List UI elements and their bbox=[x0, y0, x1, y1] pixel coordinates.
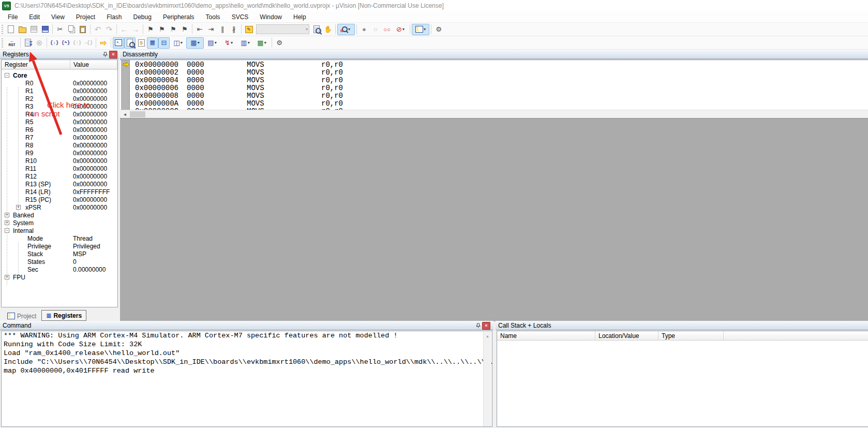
disable-all-breakpoints-button[interactable]: ○○ bbox=[381, 24, 393, 35]
close-icon[interactable]: × bbox=[482, 322, 490, 330]
tree-expander[interactable]: + bbox=[5, 213, 9, 217]
register-row[interactable]: States0 bbox=[2, 258, 117, 266]
paste-button[interactable] bbox=[77, 24, 88, 35]
register-row[interactable]: R30x00000000 bbox=[2, 103, 117, 111]
tree-expander[interactable]: + bbox=[16, 205, 21, 210]
tree-expander[interactable]: + bbox=[5, 220, 9, 225]
run-script-button[interactable]: ↧ bbox=[22, 37, 34, 49]
horizontal-scrollbar[interactable]: ◄ bbox=[120, 110, 868, 119]
reset-button[interactable]: ←RST bbox=[5, 37, 19, 49]
register-row[interactable]: +xPSR0x00000000 bbox=[2, 204, 117, 212]
register-row[interactable]: +Banked bbox=[2, 212, 117, 219]
trace-windows-button[interactable]: ▥▾ bbox=[237, 37, 253, 49]
menu-view[interactable]: View bbox=[46, 11, 70, 22]
register-row[interactable]: R10x00000000 bbox=[2, 87, 117, 95]
start-stop-debug-button[interactable]: d▾ bbox=[337, 24, 355, 35]
register-row[interactable]: R120x00000000 bbox=[2, 173, 117, 181]
menu-debug[interactable]: Debug bbox=[128, 11, 157, 22]
serial-windows-button[interactable]: ▤▾ bbox=[204, 37, 220, 49]
menu-peripherals[interactable]: Peripherals bbox=[157, 11, 200, 22]
vertical-scrollbar[interactable]: ▲ bbox=[483, 332, 491, 427]
disassembly-row[interactable]: 0x000000040000MOVSr0,r0 bbox=[130, 76, 868, 84]
new-file-button[interactable] bbox=[5, 24, 17, 35]
debug-settings-button[interactable]: ⚙ bbox=[274, 37, 285, 49]
toggle-bookmark-button[interactable]: ⚑ bbox=[145, 24, 156, 35]
step-over-button[interactable]: {↷} bbox=[60, 37, 71, 49]
comment-button[interactable]: ∥ bbox=[217, 24, 228, 35]
insert-breakpoint-button[interactable]: ● bbox=[358, 24, 370, 35]
name-column-header[interactable]: Name bbox=[497, 331, 595, 341]
menu-flash[interactable]: Flash bbox=[101, 11, 127, 22]
close-icon[interactable]: × bbox=[109, 51, 117, 58]
type-column-header[interactable]: Type bbox=[659, 331, 724, 341]
value-column-header[interactable]: Value bbox=[70, 60, 117, 69]
register-row[interactable]: R110x00000000 bbox=[2, 165, 117, 173]
register-row[interactable]: R20x00000000 bbox=[2, 95, 117, 103]
disassembly-gutter[interactable] bbox=[121, 60, 130, 110]
symbols-window-button[interactable]: S bbox=[136, 37, 147, 49]
menu-file[interactable]: File bbox=[2, 11, 23, 22]
undo-button[interactable]: ↶ bbox=[92, 24, 103, 35]
registers-window-button[interactable]: ≣ bbox=[147, 37, 158, 49]
disassembly-row[interactable]: 0x000000020000MOVSr0,r0 bbox=[130, 68, 868, 76]
run-to-line-button[interactable]: →{} bbox=[83, 37, 94, 49]
scroll-left-arrow-icon[interactable]: ◄ bbox=[121, 111, 129, 118]
menu-project[interactable]: Project bbox=[70, 11, 101, 22]
toolbar-grip[interactable] bbox=[2, 25, 3, 34]
configure-editor-button[interactable]: ✎ bbox=[243, 24, 255, 35]
tree-expander[interactable]: - bbox=[5, 73, 9, 78]
menu-edit[interactable]: Edit bbox=[23, 11, 46, 22]
system-viewer-button[interactable]: ▩▾ bbox=[253, 37, 270, 49]
toolbar-grip[interactable] bbox=[2, 38, 3, 48]
call-stack-window-button[interactable]: ⊟ bbox=[158, 37, 170, 49]
navigate-forward-button[interactable]: → bbox=[130, 24, 141, 35]
register-row[interactable]: R13 (SP)0x00000000 bbox=[2, 181, 117, 188]
analysis-windows-button[interactable]: ↯▾ bbox=[220, 37, 237, 49]
command-output[interactable]: *** WARNING: Using ARM Cortex-M4 Simulat… bbox=[1, 331, 492, 427]
pin-icon[interactable] bbox=[476, 323, 481, 329]
prev-bookmark-button[interactable]: ⚑ bbox=[156, 24, 168, 35]
register-row[interactable]: R40x00000000 bbox=[2, 111, 117, 119]
watch-windows-button[interactable]: ◫▾ bbox=[170, 37, 186, 49]
disassembly-row[interactable]: 0x000000000000MOVSr0,r0 bbox=[130, 61, 868, 68]
disassembly-window-button[interactable] bbox=[124, 37, 136, 49]
disassembly-row[interactable]: 0x000000060000MOVSr0,r0 bbox=[130, 84, 868, 92]
register-row[interactable]: Sec0.00000000 bbox=[2, 266, 117, 274]
pin-icon[interactable] bbox=[103, 52, 108, 57]
register-row[interactable]: R00x00000000 bbox=[2, 80, 117, 87]
disassembly-row[interactable]: 0x0000000A0000MOVSr0,r0 bbox=[130, 99, 868, 107]
uncomment-button[interactable]: ∦ bbox=[228, 24, 240, 35]
incremental-find-button[interactable]: ✋ bbox=[322, 24, 334, 35]
register-row[interactable]: R50x00000000 bbox=[2, 119, 117, 126]
register-row[interactable]: -Internal bbox=[2, 227, 117, 235]
register-row[interactable]: R15 (PC)0x00000000 bbox=[2, 196, 117, 204]
tab-registers[interactable]: ≣Registers bbox=[41, 310, 86, 321]
save-button[interactable] bbox=[28, 24, 39, 35]
show-next-statement-button[interactable]: ⇨ bbox=[98, 37, 109, 49]
register-row[interactable]: StackMSP bbox=[2, 250, 117, 258]
menu-help[interactable]: Help bbox=[288, 11, 312, 22]
tree-expander[interactable]: - bbox=[5, 228, 9, 233]
redo-button[interactable]: ↷ bbox=[103, 24, 115, 35]
window-layout-button[interactable]: ▾ bbox=[412, 24, 429, 35]
register-row[interactable]: R90x00000000 bbox=[2, 150, 117, 157]
stop-button[interactable]: ⊗ bbox=[34, 37, 45, 49]
register-row[interactable]: +System bbox=[2, 219, 117, 227]
register-row[interactable]: -Core bbox=[2, 72, 117, 80]
command-window-button[interactable]: >_ bbox=[113, 37, 124, 49]
enable-disable-breakpoint-button[interactable]: ○ bbox=[370, 24, 381, 35]
step-into-button[interactable]: {↓} bbox=[49, 37, 60, 49]
menu-window[interactable]: Window bbox=[254, 11, 288, 22]
unindent-button[interactable]: ⇤ bbox=[194, 24, 205, 35]
location-value-column-header[interactable]: Location/Value bbox=[595, 331, 659, 341]
menu-svcs[interactable]: SVCS bbox=[226, 11, 255, 22]
navigate-back-button[interactable]: ← bbox=[118, 24, 130, 35]
kill-all-breakpoints-button[interactable]: ⊘▾ bbox=[393, 24, 408, 35]
disassembly-row[interactable]: 0x000000080000MOVSr0,r0 bbox=[130, 92, 868, 99]
register-row[interactable]: +FPU bbox=[2, 274, 117, 282]
clear-bookmarks-button[interactable]: ⚑ bbox=[179, 24, 190, 35]
register-row[interactable]: PrivilegePrivileged bbox=[2, 243, 117, 250]
scrollbar-thumb[interactable] bbox=[130, 111, 145, 117]
copy-button[interactable] bbox=[66, 24, 77, 35]
next-bookmark-button[interactable]: ⚑ bbox=[168, 24, 179, 35]
